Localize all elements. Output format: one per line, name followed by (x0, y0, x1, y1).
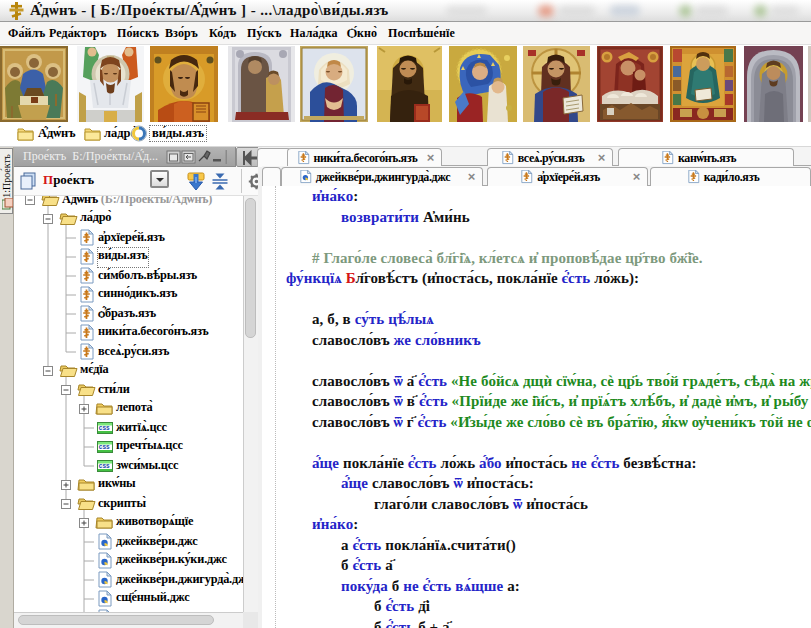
svg-text:css: css (99, 462, 110, 469)
svg-text:css: css (99, 443, 110, 450)
svg-text:css: css (99, 424, 110, 431)
